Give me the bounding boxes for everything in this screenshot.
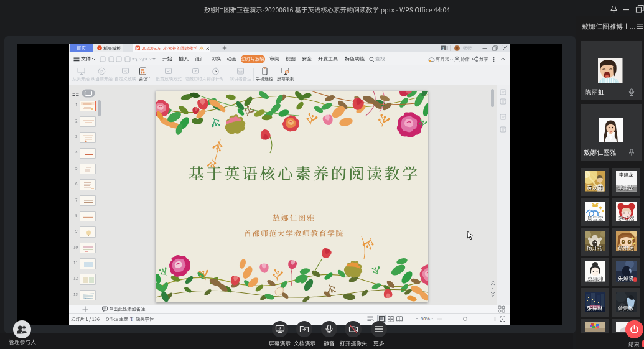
svg-text:P: P (136, 46, 139, 50)
svg-text:T: T (130, 317, 133, 322)
svg-text:1: 1 (442, 46, 445, 50)
